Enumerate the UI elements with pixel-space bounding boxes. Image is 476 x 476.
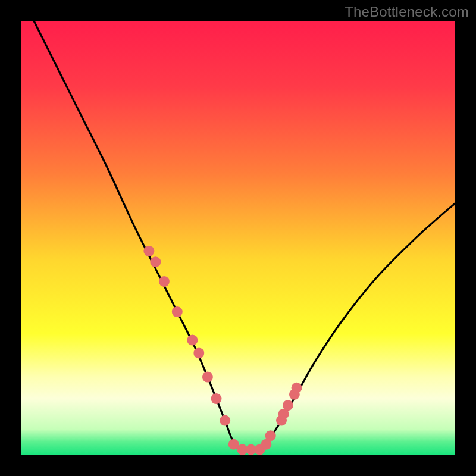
watermark-text: TheBottleneck.com [345, 4, 469, 20]
data-point [187, 335, 198, 346]
data-point [283, 400, 293, 411]
data-point [220, 415, 230, 426]
data-point [193, 347, 204, 358]
data-point [202, 372, 213, 383]
gradient-background [21, 21, 455, 455]
data-point [292, 383, 302, 393]
outer-frame: TheBottleneck.com [0, 0, 476, 476]
chart-svg [21, 21, 455, 455]
data-point [211, 393, 222, 404]
plot-area [21, 21, 455, 455]
data-point [150, 256, 161, 267]
data-point [265, 430, 276, 441]
data-point [159, 276, 170, 287]
data-point [143, 246, 154, 256]
data-point [172, 306, 183, 317]
